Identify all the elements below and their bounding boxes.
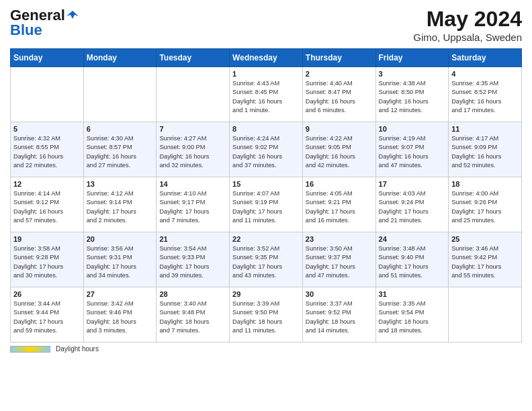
- table-row: 8Sunrise: 4:24 AM Sunset: 9:02 PM Daylig…: [230, 122, 303, 177]
- day-info: Sunrise: 3:58 AM Sunset: 9:28 PM Dayligh…: [13, 244, 81, 280]
- day-number: 27: [87, 290, 154, 298]
- day-info: Sunrise: 4:22 AM Sunset: 9:05 PM Dayligh…: [306, 134, 373, 170]
- title-block: May 2024 Gimo, Uppsala, Sweden: [413, 7, 522, 43]
- day-number: 22: [232, 235, 300, 243]
- day-number: 30: [306, 290, 373, 298]
- day-info: Sunrise: 4:32 AM Sunset: 8:55 PM Dayligh…: [13, 134, 81, 170]
- day-info: Sunrise: 3:44 AM Sunset: 9:44 PM Dayligh…: [13, 300, 81, 335]
- day-info: Sunrise: 3:56 AM Sunset: 9:31 PM Dayligh…: [87, 244, 154, 280]
- table-row: 18Sunrise: 4:00 AM Sunset: 9:26 PM Dayli…: [449, 177, 522, 232]
- day-info: Sunrise: 4:19 AM Sunset: 9:07 PM Dayligh…: [379, 134, 446, 170]
- day-info: Sunrise: 4:10 AM Sunset: 9:17 PM Dayligh…: [159, 189, 226, 225]
- table-row: 2Sunrise: 4:40 AM Sunset: 8:47 PM Daylig…: [302, 67, 375, 122]
- calendar-table: Sunday Monday Tuesday Wednesday Thursday…: [10, 48, 522, 342]
- table-row: 23Sunrise: 3:50 AM Sunset: 9:37 PM Dayli…: [302, 232, 375, 287]
- day-info: Sunrise: 4:24 AM Sunset: 9:02 PM Dayligh…: [232, 134, 300, 170]
- day-number: 21: [159, 235, 226, 243]
- table-row: 11Sunrise: 4:17 AM Sunset: 9:09 PM Dayli…: [449, 122, 522, 177]
- table-row: [11, 67, 84, 122]
- day-number: 28: [159, 290, 226, 298]
- day-number: 7: [159, 125, 226, 133]
- header-sunday: Sunday: [11, 49, 84, 67]
- day-number: 5: [13, 125, 81, 133]
- table-row: 7Sunrise: 4:27 AM Sunset: 9:00 PM Daylig…: [157, 122, 230, 177]
- header-saturday: Saturday: [449, 49, 522, 67]
- header-wednesday: Wednesday: [230, 49, 303, 67]
- table-row: 22Sunrise: 3:52 AM Sunset: 9:35 PM Dayli…: [230, 232, 303, 287]
- table-row: 1Sunrise: 4:43 AM Sunset: 8:45 PM Daylig…: [230, 67, 303, 122]
- daylight-label: Daylight hours: [56, 345, 99, 353]
- svg-marker-0: [66, 11, 79, 19]
- day-info: Sunrise: 4:40 AM Sunset: 8:47 PM Dayligh…: [306, 79, 373, 115]
- calendar-title: May 2024: [413, 7, 522, 32]
- weekday-header-row: Sunday Monday Tuesday Wednesday Thursday…: [11, 49, 522, 67]
- day-number: 17: [379, 180, 446, 188]
- daylight-bar-icon: [10, 346, 50, 353]
- day-number: 12: [13, 180, 81, 188]
- table-row: 5Sunrise: 4:32 AM Sunset: 8:55 PM Daylig…: [11, 122, 84, 177]
- table-row: 31Sunrise: 3:35 AM Sunset: 9:54 PM Dayli…: [375, 287, 449, 342]
- day-info: Sunrise: 3:50 AM Sunset: 9:37 PM Dayligh…: [306, 244, 373, 280]
- table-row: 28Sunrise: 3:40 AM Sunset: 9:48 PM Dayli…: [157, 287, 230, 342]
- table-row: [157, 67, 230, 122]
- calendar-week-row: 1Sunrise: 4:43 AM Sunset: 8:45 PM Daylig…: [11, 67, 522, 122]
- day-info: Sunrise: 3:54 AM Sunset: 9:33 PM Dayligh…: [159, 244, 226, 280]
- day-info: Sunrise: 4:30 AM Sunset: 8:57 PM Dayligh…: [87, 134, 154, 170]
- day-info: Sunrise: 4:07 AM Sunset: 9:19 PM Dayligh…: [232, 189, 300, 225]
- day-number: 16: [306, 180, 373, 188]
- day-number: 9: [306, 125, 373, 133]
- table-row: 20Sunrise: 3:56 AM Sunset: 9:31 PM Dayli…: [83, 232, 157, 287]
- day-number: 23: [306, 235, 373, 243]
- day-number: 8: [232, 125, 300, 133]
- day-number: 14: [159, 180, 226, 188]
- header-monday: Monday: [83, 49, 157, 67]
- day-number: 18: [451, 180, 519, 188]
- table-row: 27Sunrise: 3:42 AM Sunset: 9:46 PM Dayli…: [83, 287, 157, 342]
- header-thursday: Thursday: [302, 49, 375, 67]
- table-row: 12Sunrise: 4:14 AM Sunset: 9:12 PM Dayli…: [11, 177, 84, 232]
- table-row: [449, 287, 522, 342]
- table-row: 14Sunrise: 4:10 AM Sunset: 9:17 PM Dayli…: [157, 177, 230, 232]
- calendar-subtitle: Gimo, Uppsala, Sweden: [413, 32, 522, 43]
- table-row: 4Sunrise: 4:35 AM Sunset: 8:52 PM Daylig…: [449, 67, 522, 122]
- table-row: 29Sunrise: 3:39 AM Sunset: 9:50 PM Dayli…: [230, 287, 303, 342]
- header: General Blue May 2024 Gimo, Uppsala, Swe…: [10, 7, 522, 43]
- calendar-body: 1Sunrise: 4:43 AM Sunset: 8:45 PM Daylig…: [11, 67, 522, 342]
- logo-bird-icon: [66, 9, 79, 21]
- day-info: Sunrise: 3:42 AM Sunset: 9:46 PM Dayligh…: [87, 300, 154, 335]
- day-number: 25: [451, 235, 519, 243]
- day-number: 4: [451, 70, 519, 78]
- day-number: 31: [379, 290, 446, 298]
- table-row: [83, 67, 157, 122]
- day-info: Sunrise: 3:52 AM Sunset: 9:35 PM Dayligh…: [232, 244, 300, 280]
- table-row: 19Sunrise: 3:58 AM Sunset: 9:28 PM Dayli…: [11, 232, 84, 287]
- table-row: 25Sunrise: 3:46 AM Sunset: 9:42 PM Dayli…: [449, 232, 522, 287]
- day-number: 13: [87, 180, 154, 188]
- day-info: Sunrise: 4:27 AM Sunset: 9:00 PM Dayligh…: [159, 134, 226, 170]
- day-number: 10: [379, 125, 446, 133]
- day-info: Sunrise: 3:40 AM Sunset: 9:48 PM Dayligh…: [159, 300, 226, 335]
- day-info: Sunrise: 4:00 AM Sunset: 9:26 PM Dayligh…: [451, 189, 519, 225]
- day-info: Sunrise: 4:03 AM Sunset: 9:24 PM Dayligh…: [379, 189, 446, 225]
- day-info: Sunrise: 3:35 AM Sunset: 9:54 PM Dayligh…: [379, 300, 446, 335]
- table-row: 26Sunrise: 3:44 AM Sunset: 9:44 PM Dayli…: [11, 287, 84, 342]
- day-info: Sunrise: 3:37 AM Sunset: 9:52 PM Dayligh…: [306, 300, 373, 335]
- day-number: 20: [87, 235, 154, 243]
- header-friday: Friday: [375, 49, 449, 67]
- day-info: Sunrise: 4:12 AM Sunset: 9:14 PM Dayligh…: [87, 189, 154, 225]
- day-number: 24: [379, 235, 446, 243]
- table-row: 17Sunrise: 4:03 AM Sunset: 9:24 PM Dayli…: [375, 177, 449, 232]
- footer: Daylight hours: [10, 345, 522, 353]
- table-row: 13Sunrise: 4:12 AM Sunset: 9:14 PM Dayli…: [83, 177, 157, 232]
- day-number: 6: [87, 125, 154, 133]
- day-info: Sunrise: 3:39 AM Sunset: 9:50 PM Dayligh…: [232, 300, 300, 335]
- day-info: Sunrise: 4:38 AM Sunset: 8:50 PM Dayligh…: [379, 79, 446, 115]
- calendar-week-row: 26Sunrise: 3:44 AM Sunset: 9:44 PM Dayli…: [11, 287, 522, 342]
- calendar-week-row: 12Sunrise: 4:14 AM Sunset: 9:12 PM Dayli…: [11, 177, 522, 232]
- day-info: Sunrise: 4:35 AM Sunset: 8:52 PM Dayligh…: [451, 79, 519, 115]
- table-row: 30Sunrise: 3:37 AM Sunset: 9:52 PM Dayli…: [302, 287, 375, 342]
- day-info: Sunrise: 4:43 AM Sunset: 8:45 PM Dayligh…: [232, 79, 300, 115]
- day-number: 26: [13, 290, 81, 298]
- day-info: Sunrise: 3:46 AM Sunset: 9:42 PM Dayligh…: [451, 244, 519, 280]
- table-row: 15Sunrise: 4:07 AM Sunset: 9:19 PM Dayli…: [230, 177, 303, 232]
